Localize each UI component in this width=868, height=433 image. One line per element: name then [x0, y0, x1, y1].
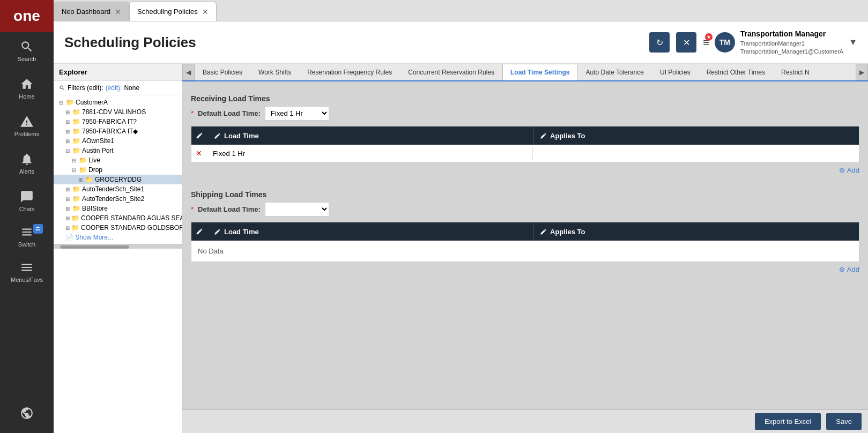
filters-edit[interactable]: (edit):: [106, 84, 122, 92]
sidebar-item-home[interactable]: Home: [0, 70, 54, 107]
tree-item-7881[interactable]: ⊞ 📁 7881-CDV VALINHOS: [54, 107, 182, 117]
receiving-applies-to-header-label: Applies To: [550, 132, 585, 140]
search-icon: [20, 40, 34, 54]
receiving-add-button[interactable]: ⊕ Add: [839, 166, 859, 174]
browser-tab-neo[interactable]: Neo Dashboard ✕: [54, 2, 129, 21]
tree-item-customerA[interactable]: ⊟ 📁 CustomerA: [54, 98, 182, 107]
receiving-section: Receiving Load Times * Default Load Time…: [191, 90, 859, 177]
receiving-section-title: Receiving Load Times: [191, 90, 859, 106]
file-icon: 📄: [65, 234, 73, 241]
receiving-default-load-time-row: * Default Load Time: Fixed 1 Hr: [191, 106, 859, 121]
tab-restrict-n[interactable]: Restrict N: [773, 64, 818, 80]
bell-icon: [20, 152, 34, 166]
tree-item-autotender1[interactable]: ⊞ 📁 AutoTenderSch_Site1: [54, 184, 182, 194]
tree-label: BBIStore: [82, 205, 108, 212]
col-edit-icon2-s: [540, 228, 547, 235]
chat-icon: [20, 190, 34, 204]
tree-item-live[interactable]: ⊟ 📁 Live: [54, 155, 182, 165]
tree-item-7950a[interactable]: ⊞ 📁 7950-FABRICA IT?: [54, 117, 182, 126]
tab-basic-policies[interactable]: Basic Policies: [195, 64, 250, 80]
tree-label: 7950-FABRICA IT◆: [82, 128, 138, 135]
tree-label: COOPER STANDARD AGUAS SEALING (:: [81, 214, 182, 222]
tab-load-time-settings[interactable]: Load Time Settings: [502, 64, 577, 81]
receiving-add-row: ⊕ Add: [191, 163, 859, 177]
menus-label: Menus/Favs: [11, 277, 43, 283]
receiving-header-edit-icon: [191, 128, 207, 144]
receiving-row-delete-0[interactable]: ✕: [191, 147, 206, 160]
shipping-load-time-select[interactable]: [265, 202, 329, 216]
shipping-load-time-header-label: Load Time: [224, 228, 259, 236]
tree-label: Live: [88, 156, 100, 164]
close-button[interactable]: ✕: [676, 32, 696, 53]
receiving-row-0: ✕ Fixed 1 Hr: [191, 145, 859, 162]
sidebar-item-problems[interactable]: Problems: [0, 107, 54, 145]
tab-work-shifts[interactable]: Work Shifts: [250, 64, 299, 80]
user-dropdown-arrow[interactable]: ▼: [849, 38, 857, 47]
refresh-button[interactable]: ↻: [649, 32, 670, 53]
neo-tab-close[interactable]: ✕: [115, 8, 121, 16]
tree-item-drop[interactable]: ⊟ 📁 Drop: [54, 165, 182, 175]
tree-label: COOPER STANDARD GOLDSBORO: [81, 224, 182, 232]
tab-navigation: ◀ Basic Policies Work Shifts Reservation…: [182, 64, 868, 81]
globe-icon: [20, 406, 34, 420]
sidebar-item-globe[interactable]: [20, 399, 34, 428]
required-star-shipping: *: [191, 205, 194, 213]
receiving-load-time-col-header: Load Time: [207, 128, 533, 144]
menu-button[interactable]: ≡ ★: [703, 36, 709, 49]
scheduling-tab-label: Scheduling Policies: [137, 8, 198, 16]
tree-item-aownsite[interactable]: ⊞ 📁 AOwnSite1: [54, 136, 182, 146]
neo-tab-label: Neo Dashboard: [62, 8, 110, 16]
shipping-add-row: ⊕ Add: [191, 262, 859, 277]
app-logo: one: [0, 0, 54, 32]
user-role: TransportationManager1: [740, 40, 843, 48]
scheduling-tab-close[interactable]: ✕: [202, 8, 209, 16]
user-name: Transportation Manager: [740, 29, 843, 40]
tree-item-austin-port[interactable]: ⊟ 📁 Austin Port: [54, 146, 182, 155]
col-edit-icon-s: [214, 228, 221, 235]
col-edit-icon2: [540, 132, 547, 139]
tree-label: 7950-FABRICA IT?: [82, 118, 137, 125]
save-button[interactable]: Save: [826, 413, 862, 430]
sidebar-item-search[interactable]: Search: [0, 32, 54, 70]
tab-reservation-frequency[interactable]: Reservation Frequency Rules: [299, 64, 400, 80]
sidebar-item-chats[interactable]: Chats: [0, 182, 54, 220]
shipping-section-title: Shipping Load Times: [191, 186, 859, 202]
user-info: Transportation Manager TransportationMan…: [740, 29, 843, 56]
tree-label: AOwnSite1: [82, 137, 114, 145]
explorer-scrollbar[interactable]: [54, 244, 182, 249]
tree-item-groceryddg[interactable]: ⊞ 📁 GROCERYDDG: [54, 175, 182, 184]
sidebar-item-switch[interactable]: Switch: [0, 220, 54, 253]
search-label: Search: [18, 56, 36, 62]
shipping-add-button[interactable]: ⊕ Add: [839, 265, 859, 273]
tab-nav-left-arrow[interactable]: ◀: [182, 64, 195, 80]
explorer-title: Explorer: [54, 64, 182, 81]
tree-item-bbistore[interactable]: ⊞ 📁 BBIStore: [54, 204, 182, 213]
show-more-link[interactable]: 📄 Show More...: [54, 233, 182, 242]
shipping-default-load-time-row: * Default Load Time:: [191, 202, 859, 216]
tab-ui-policies[interactable]: UI Policies: [652, 64, 699, 80]
shipping-load-time-col-header: Load Time: [207, 223, 533, 240]
main-panel: ◀ Basic Policies Work Shifts Reservation…: [182, 64, 868, 433]
tab-concurrent-reservation[interactable]: Concurrent Reservation Rules: [400, 64, 502, 80]
tree-item-cooper2[interactable]: ⊞ 📁 COOPER STANDARD GOLDSBORO: [54, 223, 182, 233]
shipping-applies-to-header-label: Applies To: [550, 228, 585, 236]
switch-label: Switch: [18, 241, 35, 248]
tree-item-7950b[interactable]: ⊞ 📁 7950-FABRICA IT◆: [54, 126, 182, 136]
export-to-excel-button[interactable]: Export to Excel: [755, 413, 821, 430]
receiving-load-time-select[interactable]: Fixed 1 Hr: [265, 106, 329, 121]
browser-tab-scheduling[interactable]: Scheduling Policies ✕: [129, 2, 217, 21]
sidebar-item-menus[interactable]: Menus/Favs: [0, 253, 54, 290]
receiving-row-cell-load-time-0: Fixed 1 Hr: [206, 147, 533, 160]
tree-item-cooper1[interactable]: ⊞ 📁 COOPER STANDARD AGUAS SEALING (:: [54, 213, 182, 223]
tab-restrict-other-times[interactable]: Restrict Other Times: [699, 64, 773, 80]
receiving-row-cell-applies-to-0: [533, 151, 859, 155]
tree-label: CustomerA: [76, 99, 108, 106]
tree-item-autotender2[interactable]: ⊞ 📁 AutoTenderSch_Site2: [54, 194, 182, 204]
header-actions: ↻ ✕ ≡ ★ TM Transportation Manager Transp…: [649, 29, 857, 56]
tab-auto-date-tolerance[interactable]: Auto Date Tolerance: [577, 64, 652, 80]
tab-nav-right-arrow[interactable]: ▶: [856, 64, 868, 80]
sidebar-item-alerts[interactable]: Alerts: [0, 145, 54, 182]
filter-search-icon: [59, 85, 65, 91]
panel-content: Receiving Load Times * Default Load Time…: [182, 81, 868, 409]
page-header: Scheduling Policies ↻ ✕ ≡ ★ TM Transport…: [54, 21, 868, 64]
